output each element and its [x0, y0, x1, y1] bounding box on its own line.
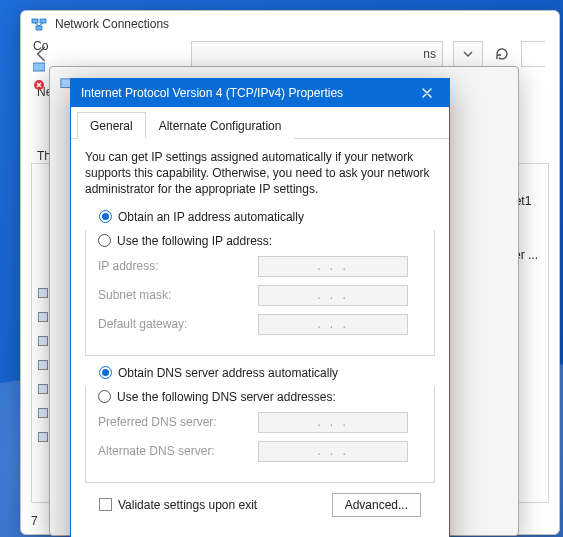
status-bar-count: 7 — [31, 514, 38, 528]
adapter-thumb — [38, 360, 48, 370]
svg-line-4 — [39, 23, 43, 26]
close-button[interactable] — [411, 82, 443, 104]
tab-general[interactable]: General — [77, 112, 146, 139]
subnet-mask-input[interactable]: . . . — [258, 285, 408, 306]
radio-icon — [99, 366, 112, 379]
svg-rect-2 — [36, 26, 42, 30]
radio-icon — [98, 390, 111, 403]
refresh-button[interactable] — [487, 41, 517, 67]
radio-obtain-ip-auto[interactable]: Obtain an IP address automatically — [99, 210, 435, 224]
alternate-dns-label: Alternate DNS server: — [98, 444, 258, 458]
advanced-button[interactable]: Advanced... — [332, 493, 421, 517]
radio-label: Use the following IP address: — [117, 234, 272, 248]
svg-line-3 — [35, 23, 39, 26]
checkbox-icon — [99, 498, 112, 511]
alternate-dns-input[interactable]: . . . — [258, 441, 408, 462]
preferred-dns-input[interactable]: . . . — [258, 412, 408, 433]
chevron-down-icon — [463, 51, 473, 57]
close-icon — [421, 87, 433, 99]
subnet-mask-label: Subnet mask: — [98, 288, 258, 302]
adapter-thumb — [38, 408, 48, 418]
adapter-thumb — [38, 384, 48, 394]
address-bar[interactable]: ns — [191, 41, 443, 67]
radio-label: Obtain DNS server address automatically — [118, 366, 338, 380]
address-dropdown[interactable] — [453, 41, 483, 67]
dialog-button-row: OK Cancel — [71, 529, 449, 537]
tab-alternate-configuration[interactable]: Alternate Configuration — [146, 112, 295, 139]
validate-settings-checkbox[interactable]: Validate settings upon exit — [99, 498, 257, 512]
radio-label: Obtain an IP address automatically — [118, 210, 304, 224]
dialog-body: You can get IP settings assigned automat… — [71, 139, 449, 529]
adapter-icon — [33, 61, 45, 75]
default-gateway-input[interactable]: . . . — [258, 314, 408, 335]
refresh-icon — [494, 46, 510, 62]
adapter-thumb — [38, 288, 48, 298]
svg-rect-1 — [40, 19, 46, 23]
ip-fieldset: Use the following IP address: IP address… — [85, 221, 435, 356]
tab-bar: General Alternate Configuration — [71, 111, 449, 139]
radio-icon — [98, 234, 111, 247]
svg-rect-8 — [33, 63, 45, 71]
preferred-dns-label: Preferred DNS server: — [98, 415, 258, 429]
adapter-thumb — [38, 432, 48, 442]
adapter-thumb — [38, 312, 48, 322]
error-icon — [33, 79, 45, 94]
ip-address-input[interactable]: . . . — [258, 256, 408, 277]
dialog-titlebar: Internet Protocol Version 4 (TCP/IPv4) P… — [71, 79, 449, 107]
network-connections-icon — [31, 17, 47, 31]
ip-address-label: IP address: — [98, 259, 258, 273]
radio-use-following-ip[interactable]: Use the following IP address: — [98, 234, 422, 248]
radio-use-following-dns[interactable]: Use the following DNS server addresses: — [98, 390, 422, 404]
address-bar-suffix: ns — [423, 47, 436, 61]
dialog-title: Internet Protocol Version 4 (TCP/IPv4) P… — [81, 86, 343, 100]
search-box[interactable] — [521, 41, 545, 67]
partial-label-co: Co — [33, 39, 48, 53]
svg-rect-0 — [32, 19, 38, 23]
radio-obtain-dns-auto[interactable]: Obtain DNS server address automatically — [99, 366, 435, 380]
checkbox-label: Validate settings upon exit — [118, 498, 257, 512]
dns-fieldset: Use the following DNS server addresses: … — [85, 377, 435, 483]
radio-icon — [99, 210, 112, 223]
window-titlebar: Network Connections — [21, 11, 559, 37]
default-gateway-label: Default gateway: — [98, 317, 258, 331]
adapter-thumb — [38, 336, 48, 346]
window-title: Network Connections — [55, 17, 169, 31]
description-text: You can get IP settings assigned automat… — [85, 149, 435, 198]
ipv4-properties-dialog: Internet Protocol Version 4 (TCP/IPv4) P… — [70, 78, 450, 537]
radio-label: Use the following DNS server addresses: — [117, 390, 336, 404]
